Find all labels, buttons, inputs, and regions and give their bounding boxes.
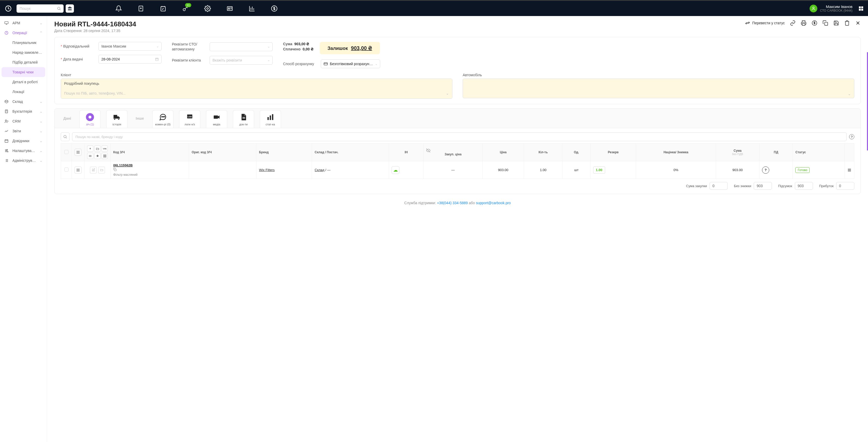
sidebar-item-operations[interactable]: Операції ⌃ bbox=[0, 28, 47, 38]
id-card-icon[interactable] bbox=[226, 5, 233, 12]
tab-more[interactable]: Інше bbox=[133, 108, 147, 128]
reserve-box[interactable]: 1.00 bbox=[593, 166, 605, 174]
tab-docs[interactable]: док-ти bbox=[233, 110, 254, 128]
tab-media[interactable]: медіа bbox=[206, 110, 227, 128]
table-search-input[interactable] bbox=[72, 132, 846, 141]
date-input[interactable]: 28-08-2024 bbox=[98, 55, 161, 64]
svg-rect-38 bbox=[272, 114, 273, 120]
vehicle-select[interactable]: ⌄ bbox=[463, 78, 854, 98]
footer-email-link[interactable]: support@carbook.pro bbox=[476, 201, 511, 205]
apps-icon[interactable] bbox=[858, 6, 864, 11]
edit-button[interactable] bbox=[90, 167, 97, 173]
stock-link[interactable]: Склад bbox=[315, 168, 324, 172]
tab-history-label: історія bbox=[113, 123, 121, 126]
sidebar-item-label: Звіти bbox=[12, 129, 36, 133]
header-menu-button[interactable] bbox=[74, 149, 82, 156]
row-menu-button[interactable] bbox=[74, 166, 82, 174]
sidebar-item-label: Довідники bbox=[12, 139, 36, 143]
key-icon[interactable]: 11 bbox=[182, 5, 189, 12]
th-markup: Націнка/ Знижка bbox=[636, 144, 716, 161]
print-icon[interactable] bbox=[801, 20, 806, 26]
sidebar-item-crm[interactable]: CRM ⌄ bbox=[0, 116, 47, 126]
change-status-button[interactable]: Перевести у статус bbox=[745, 21, 785, 26]
sidebar-item-admin[interactable]: Адмініструва... ⌄ bbox=[0, 156, 47, 165]
client-req-label: Реквізити клієнта bbox=[172, 58, 205, 62]
help-button[interactable]: ? bbox=[762, 166, 769, 174]
copy-code-icon[interactable] bbox=[113, 168, 117, 171]
row-more-icon[interactable] bbox=[847, 168, 851, 172]
search-icon[interactable] bbox=[57, 6, 61, 10]
sidebar-item-accounting[interactable]: Бухгалтерія ⌄ bbox=[0, 106, 47, 116]
save-icon[interactable] bbox=[833, 20, 839, 26]
copy-icon[interactable] bbox=[823, 20, 828, 26]
tab-media-label: медіа bbox=[213, 123, 220, 126]
monitor-icon bbox=[4, 21, 9, 25]
sidebar-item-warehouse[interactable]: Склад ⌄ bbox=[0, 97, 47, 106]
trash-icon[interactable] bbox=[844, 20, 850, 26]
tab-logs[interactable]: LOG логи н/з bbox=[179, 110, 200, 128]
link-icon[interactable] bbox=[790, 20, 796, 26]
checklist-icon[interactable] bbox=[160, 5, 166, 12]
chevron-down-icon: ⌄ bbox=[39, 139, 43, 143]
row-folder-button[interactable] bbox=[98, 167, 105, 173]
parts-table: + VIN ★ Код З/Ч Ориг. код З/Ч Бре bbox=[61, 143, 854, 179]
caret-down-icon: ⌄ bbox=[446, 91, 449, 95]
page-title: Новий RTL-9444-1680434 bbox=[54, 20, 136, 28]
sidebar-sub-parts[interactable]: Підбір деталей bbox=[0, 57, 47, 67]
calculator-icon bbox=[4, 109, 9, 114]
bank-button[interactable] bbox=[66, 4, 74, 13]
sidebar-item-arm[interactable]: АРМ ⌄ bbox=[0, 18, 47, 28]
th-qty: Кіл-ть bbox=[524, 144, 562, 161]
sidebar-sub-receipts[interactable]: Товарні чеки bbox=[2, 67, 45, 77]
add-button[interactable]: + bbox=[87, 146, 93, 152]
sidebar-sub-order[interactable]: Наряд-замовлен... bbox=[0, 48, 47, 57]
part-code-link[interactable]: 06L115562B bbox=[113, 163, 186, 167]
sidebar-item-directories[interactable]: Довідники ⌄ bbox=[0, 136, 47, 146]
tab-parts[interactable]: з/ч (1) bbox=[80, 110, 100, 128]
search-input[interactable] bbox=[17, 4, 64, 13]
tab-history[interactable]: історія bbox=[106, 110, 127, 128]
cloud-icon[interactable]: ☁ bbox=[392, 166, 399, 174]
paymethod-select[interactable]: Безготівковий розрахунок (... ⌄ bbox=[321, 59, 380, 68]
select-all-checkbox[interactable] bbox=[64, 150, 68, 154]
responsible-select[interactable]: Іванов Максим ⌄ bbox=[98, 42, 161, 51]
client-search[interactable]: Пошук по ПІБ, авто, телефону, VIN... ⌄ bbox=[61, 88, 452, 98]
svg-point-21 bbox=[7, 152, 8, 152]
help-icon[interactable]: ? bbox=[849, 134, 854, 139]
table-search-button[interactable] bbox=[61, 132, 69, 141]
svg-rect-13 bbox=[861, 8, 863, 10]
clock-icon bbox=[4, 31, 9, 35]
th-price: Ціна bbox=[483, 144, 524, 161]
client-req-select[interactable]: Вкажіть реквізити ⌄ bbox=[210, 56, 273, 65]
chart-icon[interactable] bbox=[249, 5, 255, 12]
tab-data[interactable]: Дані bbox=[61, 108, 74, 128]
brand-link[interactable]: Wix Filters bbox=[259, 168, 275, 172]
remain-value[interactable]: 903,00 ₴ bbox=[351, 45, 372, 51]
app-logo[interactable] bbox=[4, 4, 12, 13]
dollar-icon[interactable] bbox=[271, 5, 278, 12]
svg-rect-41 bbox=[89, 155, 90, 157]
tab-stats[interactable]: стат-ка bbox=[260, 110, 281, 128]
close-icon[interactable] bbox=[855, 20, 861, 26]
sidebar-sub-locations[interactable]: Локації bbox=[0, 87, 47, 97]
sto-req-select[interactable]: ⌄ bbox=[210, 42, 273, 51]
sidebar-sub-inprogress[interactable]: Деталі в роботі bbox=[0, 77, 47, 87]
footer-phone-link[interactable]: +38(044) 334-5889 bbox=[437, 201, 468, 205]
sidebar-sub-planner[interactable]: Планувальник bbox=[0, 38, 47, 48]
dollar-circle-icon[interactable] bbox=[812, 20, 817, 26]
user-menu[interactable]: Максим Іванов СТО CARBOOK (9444) bbox=[810, 4, 864, 12]
bell-icon[interactable] bbox=[115, 5, 122, 12]
row-checkbox[interactable] bbox=[64, 167, 68, 171]
gear-icon[interactable] bbox=[204, 5, 211, 12]
tab-comments[interactable]: комен-рі (0) bbox=[152, 110, 174, 128]
sidebar-item-settings[interactable]: Налаштування ⌄ bbox=[0, 146, 47, 156]
eye-off-icon[interactable] bbox=[426, 148, 480, 153]
grid-button[interactable] bbox=[101, 153, 108, 159]
barcode-button[interactable] bbox=[87, 153, 93, 159]
add-doc-icon[interactable] bbox=[137, 5, 144, 12]
footer-or: або bbox=[468, 201, 476, 205]
star-button[interactable]: ★ bbox=[94, 153, 100, 159]
sidebar-item-reports[interactable]: Звіти ⌄ bbox=[0, 126, 47, 136]
folder-button[interactable] bbox=[94, 146, 100, 152]
vin-button[interactable]: VIN bbox=[101, 146, 108, 152]
